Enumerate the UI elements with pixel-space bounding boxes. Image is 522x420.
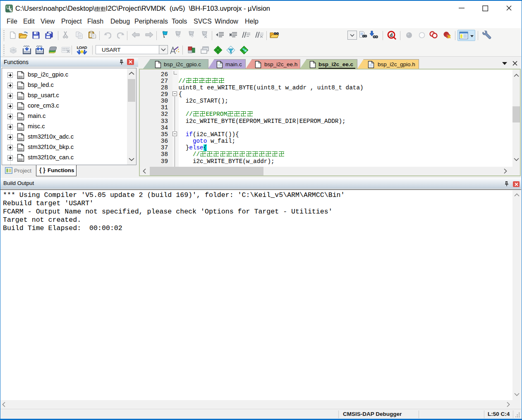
svg-text:d: d (390, 32, 393, 38)
svg-text:LOAD: LOAD (77, 45, 87, 50)
svg-text:5: 5 (10, 9, 12, 13)
